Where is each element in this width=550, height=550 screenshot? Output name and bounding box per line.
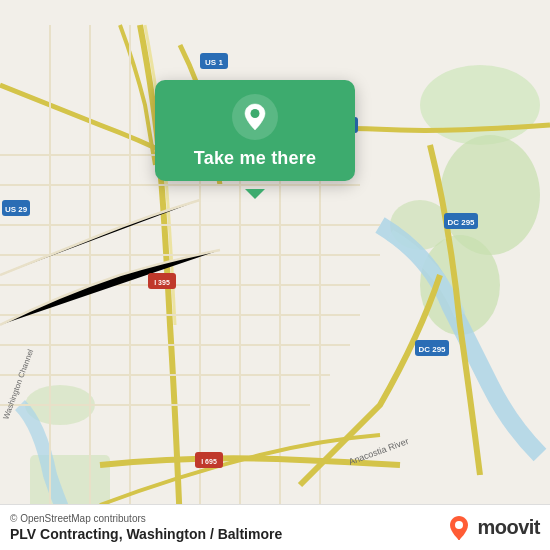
moovit-pin-icon (445, 514, 473, 542)
map-container: US 29 US 1 US 1 US 50 I 395 DC 295 DC 29… (0, 0, 550, 550)
svg-text:I 395: I 395 (154, 279, 170, 286)
popup-label: Take me there (194, 148, 316, 169)
svg-text:I 695: I 695 (201, 458, 217, 465)
svg-point-42 (251, 109, 260, 118)
bottom-bar: © OpenStreetMap contributors PLV Contrac… (0, 504, 550, 550)
svg-text:US 1: US 1 (205, 58, 223, 67)
map-popup[interactable]: Take me there (155, 80, 355, 181)
moovit-logo: moovit (445, 514, 540, 542)
svg-text:DC 295: DC 295 (447, 218, 475, 227)
bottom-left: © OpenStreetMap contributors PLV Contrac… (10, 513, 282, 542)
svg-point-43 (455, 521, 463, 529)
svg-text:US 29: US 29 (5, 205, 28, 214)
svg-rect-44 (458, 534, 460, 540)
location-name: PLV Contracting, Washington / Baltimore (10, 526, 282, 542)
location-pin-icon (232, 94, 278, 140)
svg-point-1 (420, 65, 540, 145)
svg-text:DC 295: DC 295 (418, 345, 446, 354)
attribution: © OpenStreetMap contributors (10, 513, 282, 524)
moovit-brand-text: moovit (477, 516, 540, 539)
